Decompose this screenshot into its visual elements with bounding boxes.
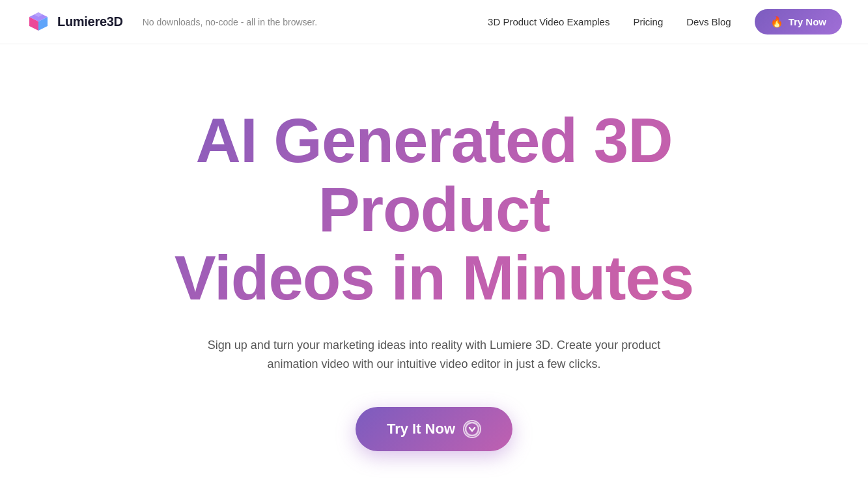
hero-title-line2: Videos in Minutes bbox=[175, 243, 693, 312]
hero-cta-button[interactable]: Try It Now bbox=[356, 407, 512, 451]
hero-title: AI Generated 3D Product Videos in Minute… bbox=[76, 106, 792, 312]
hero-subtitle: Sign up and turn your marketing ideas in… bbox=[190, 336, 679, 374]
logo[interactable]: Lumiere3D bbox=[26, 10, 123, 35]
header-tagline: No downloads, no-code - all in the brows… bbox=[143, 17, 317, 27]
logo-text: Lumiere3D bbox=[57, 14, 123, 29]
nav-item-devsblog[interactable]: Devs Blog bbox=[686, 16, 731, 27]
logo-icon bbox=[26, 10, 51, 35]
hero-section: AI Generated 3D Product Videos in Minute… bbox=[0, 44, 868, 500]
chevron-down-icon bbox=[463, 420, 481, 438]
header-nav: 3D Product Video Examples Pricing Devs B… bbox=[488, 9, 842, 35]
svg-point-4 bbox=[466, 423, 479, 436]
try-now-label: Try Now bbox=[789, 16, 826, 27]
header-left: Lumiere3D No downloads, no-code - all in… bbox=[26, 10, 317, 35]
hero-title-line1: AI Generated 3D Product bbox=[196, 105, 673, 244]
flame-icon: 🔥 bbox=[770, 16, 783, 28]
hero-cta-label: Try It Now bbox=[387, 421, 455, 438]
site-header: Lumiere3D No downloads, no-code - all in… bbox=[0, 0, 868, 44]
nav-item-examples[interactable]: 3D Product Video Examples bbox=[488, 16, 609, 27]
nav-item-pricing[interactable]: Pricing bbox=[633, 16, 663, 27]
header-try-now-button[interactable]: 🔥 Try Now bbox=[755, 9, 842, 35]
